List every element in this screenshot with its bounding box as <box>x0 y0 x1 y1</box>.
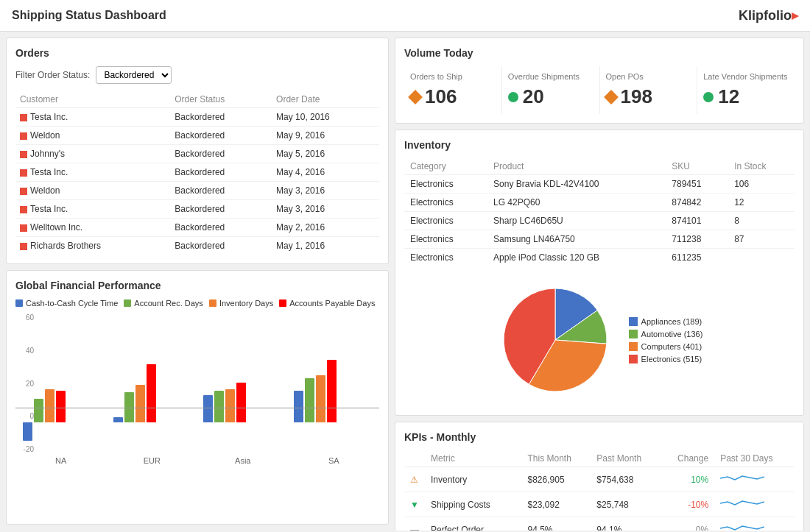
table-row: Electronics Apple iPod Classic 120 GB 61… <box>404 249 795 267</box>
legend-dot <box>279 299 286 307</box>
kpis-panel: KPIs - Monthly Metric This Month Past Mo… <box>395 422 804 531</box>
pie-color <box>629 317 638 326</box>
bar-chart <box>15 313 379 453</box>
orders-title: Orders <box>15 47 379 59</box>
bar <box>34 399 43 422</box>
legend-item: Accounts Payable Days <box>279 299 375 308</box>
bar-group <box>294 328 373 453</box>
pie-color <box>629 342 638 351</box>
status-dot <box>20 206 27 213</box>
table-row: Welltown Inc. Backordered May 2, 2016 <box>15 219 379 237</box>
legend-dot <box>209 299 216 307</box>
bar-chart-area: 60 40 20 0 -20 NAEURAsiaSA <box>15 313 379 475</box>
orders-panel: Orders Filter Order Status: Backordered … <box>6 38 389 264</box>
status-dot <box>20 243 27 250</box>
bar <box>327 360 337 422</box>
metric-label: Overdue Shipments <box>508 72 594 81</box>
table-row: Testa Inc. Backordered May 10, 2016 <box>15 108 379 127</box>
status-dot <box>20 169 27 177</box>
bar <box>225 389 235 422</box>
table-row: Richards Brothers Backordered May 1, 201… <box>15 237 379 255</box>
kpis-table: Metric This Month Past Month Change Past… <box>404 450 795 531</box>
bar <box>236 383 246 422</box>
col-customer: Customer <box>15 91 170 108</box>
bar-group <box>203 328 282 453</box>
orders-table: Customer Order Status Order Date Testa I… <box>15 91 379 255</box>
inventory-panel: Inventory Category Product SKU In Stock … <box>395 130 804 416</box>
table-row: Electronics Sony Bravia KDL-42V4100 7894… <box>404 175 795 194</box>
legend-item: Account Rec. Days <box>124 299 203 308</box>
gfp-panel: Global Financial Performance Cash-to-Cas… <box>6 270 389 525</box>
metric-label: Open POs <box>606 72 691 81</box>
table-row: ▼ Shipping Costs $23,092 $25,748 -10% <box>404 492 795 517</box>
inventory-title: Inventory <box>404 139 795 151</box>
metric-label: Late Vendor Shipments <box>703 72 789 81</box>
inventory-table: Category Product SKU In Stock Electronic… <box>404 158 795 266</box>
bar <box>147 364 156 422</box>
bar <box>305 378 314 422</box>
status-dot <box>20 132 27 140</box>
table-row: — Perfect Order ... 94.5% 94.1% 0% <box>404 517 795 531</box>
legend-dot <box>124 299 131 307</box>
circle-icon <box>508 92 518 102</box>
status-dot <box>20 224 27 232</box>
bar <box>316 375 325 422</box>
bar <box>294 391 303 422</box>
volume-panel: Volume Today Orders to Ship 106 Overdue … <box>395 38 804 124</box>
metric-value: 12 <box>703 85 789 108</box>
legend-dot <box>15 299 23 307</box>
bar-group <box>113 328 192 453</box>
volume-metric: Open POs 198 <box>600 66 698 114</box>
pie-legend-item: Automotive (136) <box>629 330 703 338</box>
arrow-down-icon: ▼ <box>410 500 419 510</box>
bar <box>56 391 66 422</box>
volume-metric: Late Vendor Shipments 12 <box>697 66 795 114</box>
table-row: Testa Inc. Backordered May 4, 2016 <box>15 163 379 182</box>
legend-item: Inventory Days <box>209 299 273 308</box>
pie-legend: Appliances (189)Automotive (136)Computer… <box>629 317 703 363</box>
filter-label: Filter Order Status: <box>15 70 90 80</box>
bar <box>45 389 54 422</box>
sparkline <box>720 471 764 486</box>
volume-title: Volume Today <box>404 47 795 59</box>
sparkline <box>720 496 764 511</box>
dash-icon: — <box>410 525 419 531</box>
metric-value: 198 <box>606 85 691 108</box>
status-dot <box>20 114 27 121</box>
status-dot <box>20 151 27 158</box>
bar <box>135 385 145 422</box>
bar <box>113 417 123 422</box>
diamond-icon <box>604 90 619 104</box>
col-order-status: Order Status <box>170 91 272 108</box>
pie-chart <box>496 281 614 399</box>
volume-metric: Overdue Shipments 20 <box>502 66 600 114</box>
pie-color <box>629 355 638 363</box>
table-row: ⚠ Inventory $826,905 $754,638 10% <box>404 467 795 492</box>
volume-metric: Orders to Ship 106 <box>404 66 502 114</box>
brand-logo: Klipfolio▸ <box>739 7 798 24</box>
table-row: Weldon Backordered May 9, 2016 <box>15 127 379 145</box>
app-title: Shipping Status Dashboard <box>12 9 166 22</box>
gfp-title: Global Financial Performance <box>15 280 379 291</box>
bar <box>214 391 224 422</box>
status-dot <box>20 188 27 195</box>
bar <box>203 395 213 422</box>
gfp-legend: Cash-to-Cash Cycle TimeAccount Rec. Days… <box>15 299 379 308</box>
legend-item: Cash-to-Cash Cycle Time <box>15 299 118 308</box>
volume-metrics: Orders to Ship 106 Overdue Shipments 20 … <box>404 66 795 114</box>
warning-icon: ⚠ <box>410 475 418 485</box>
bar-group <box>23 328 102 453</box>
circle-icon <box>703 92 714 102</box>
zero-line <box>15 408 379 408</box>
filter-order-status[interactable]: Backordered Shipped Pending <box>96 66 172 84</box>
pie-section: Appliances (189)Automotive (136)Computer… <box>404 274 795 406</box>
pie-legend-item: Electronics (515) <box>629 355 703 363</box>
diamond-icon <box>408 90 423 104</box>
table-row: Electronics LG 42PQ60 874842 12 <box>404 194 795 212</box>
pie-legend-item: Computers (401) <box>629 342 703 351</box>
col-order-date: Order Date <box>272 91 379 108</box>
kpis-title: KPIs - Monthly <box>404 431 795 443</box>
metric-label: Orders to Ship <box>410 72 496 81</box>
table-row: Johnny's Backordered May 5, 2016 <box>15 145 379 163</box>
table-row: Weldon Backordered May 3, 2016 <box>15 182 379 200</box>
